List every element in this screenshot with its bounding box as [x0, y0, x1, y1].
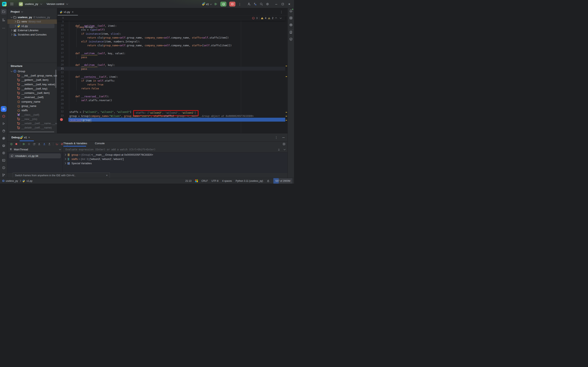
- layout-settings-icon[interactable]: [282, 142, 285, 145]
- chevron-down-icon[interactable]: [11, 70, 13, 72]
- structure-item[interactable]: fcompany_name: [7, 100, 57, 104]
- file-encoding[interactable]: UTF-8: [212, 180, 218, 182]
- line-separator[interactable]: CRLF: [202, 180, 208, 182]
- structure-item[interactable]: m__setitem__(self, key, value): [7, 82, 57, 86]
- code-line-15[interactable]: 15 return cls(group_name=self.group_name…: [57, 43, 285, 47]
- line-number[interactable]: 33: [57, 114, 64, 118]
- structure-item[interactable]: m__reversed__(self): [7, 95, 57, 99]
- stripe-terminal-icon[interactable]: [1, 158, 7, 163]
- stripe-services-layers-icon[interactable]: [1, 143, 7, 149]
- code-line-26[interactable]: 26 return False: [57, 86, 285, 90]
- tab-console[interactable]: Console: [95, 142, 105, 145]
- error-stripe[interactable]: [285, 20, 288, 133]
- project-tree-item[interactable]: useless_pyE:\useless_py: [7, 15, 57, 19]
- line-number[interactable]: 28: [57, 94, 64, 98]
- code-line-28[interactable]: 28 def __reversed__(self):: [57, 94, 285, 98]
- code-line-17[interactable]: 17 def __setitem__(self, key, value):: [57, 51, 285, 55]
- code-line-34[interactable]: reversed(group): [57, 118, 285, 122]
- line-number[interactable]: 15: [57, 43, 64, 47]
- code-line-12[interactable]: 12 if isinstance(item, slice):: [57, 32, 285, 35]
- debug-options-button[interactable]: ⋮: [275, 136, 278, 139]
- memory-indicator[interactable]: 587 of 2900M: [273, 178, 292, 184]
- line-number[interactable]: 32: [57, 110, 64, 114]
- breadcrumb-project[interactable]: useless_py: [6, 180, 18, 182]
- vcs-widget[interactable]: Version control: [47, 2, 64, 6]
- settings-button[interactable]: [266, 2, 269, 6]
- editor-options-button[interactable]: ⋮: [280, 10, 283, 14]
- rerun-debug-button[interactable]: [220, 2, 226, 7]
- structure-item[interactable]: m__contains__(self, item): [7, 91, 57, 95]
- stripe-coverage-icon[interactable]: [1, 128, 7, 134]
- close-hint-icon[interactable]: ×: [106, 174, 108, 177]
- lock-open-icon[interactable]: [267, 180, 270, 182]
- stripe-problems-icon[interactable]: [1, 165, 7, 171]
- line-number[interactable]: 13: [57, 35, 64, 39]
- hide-panel-button[interactable]: ─: [282, 136, 285, 139]
- line-number[interactable]: 29: [57, 98, 64, 102]
- structure-item[interactable]: fgroup_name: [7, 104, 57, 108]
- structure-item[interactable]: CGroup: [7, 69, 57, 73]
- main-menu-icon[interactable]: [10, 3, 13, 5]
- add-user-button[interactable]: [247, 2, 251, 6]
- line-number[interactable]: 27: [57, 90, 64, 94]
- code-line-19[interactable]: 19: [57, 59, 285, 63]
- code-line-21[interactable]: 21 pass: [57, 67, 285, 71]
- project-tree-item[interactable]: v1.py: [9, 24, 54, 28]
- tab-v1py[interactable]: v1.py ✕: [58, 8, 76, 16]
- breakpoint-icon[interactable]: [60, 118, 63, 121]
- mute-breakpoints-icon[interactable]: [61, 142, 63, 145]
- code-line-29[interactable]: 29 self.staffs.reverse(): [57, 98, 285, 102]
- line-number[interactable]: 30: [57, 102, 64, 106]
- chevron-right-icon[interactable]: [10, 34, 12, 36]
- chevron-right-icon[interactable]: [14, 25, 16, 27]
- view-breakpoints-icon[interactable]: [56, 142, 58, 145]
- structure-vscrollbar[interactable]: [55, 70, 56, 88]
- code-line-27[interactable]: 27: [57, 90, 285, 94]
- stripe-git-branch-icon[interactable]: [1, 172, 7, 178]
- code-viewport[interactable]: 910 def __getitem__(self, item):11 cls =…: [57, 20, 285, 133]
- stripe-x-plugin-icon[interactable]: [288, 22, 294, 28]
- stripe-python-packages-icon[interactable]: [1, 135, 7, 141]
- chevron-right-icon[interactable]: [64, 158, 66, 160]
- evaluate-input[interactable]: [65, 148, 277, 151]
- close-button[interactable]: ✕: [288, 3, 291, 6]
- structure-item[interactable]: fstaffs: [7, 108, 57, 112]
- tab-threads-variables[interactable]: Threads & Variables: [63, 142, 87, 145]
- project-tree-item[interactable]: Scratches and Consoles: [7, 33, 57, 37]
- line-number[interactable]: 22: [57, 71, 64, 75]
- thread-selector[interactable]: MainThread: [7, 146, 62, 152]
- step-into-mycode-icon[interactable]: [43, 142, 46, 145]
- interpreter-widget[interactable]: Python 3.11 (useless_py): [236, 180, 263, 182]
- variable-row[interactable]: 123staffs = {list: 3} ['wilson3', 'wilso…: [63, 157, 288, 161]
- translate-button[interactable]: A: [254, 2, 257, 6]
- stripe-debug-icon[interactable]: [1, 106, 7, 112]
- chevron-right-icon[interactable]: [14, 21, 16, 23]
- code-line-20[interactable]: 20 def __delitem__(self, key):: [57, 63, 285, 67]
- stripe-more-icon[interactable]: [1, 25, 7, 31]
- project-tree-item[interactable]: External Libraries: [7, 28, 57, 33]
- resume-button[interactable]: [214, 2, 217, 6]
- close-tab-icon[interactable]: ✕: [72, 11, 74, 13]
- code-line-31[interactable]: 31: [57, 106, 285, 110]
- error-stripe-mark[interactable]: [286, 76, 287, 77]
- evaluate-expression-bar[interactable]: [63, 146, 288, 153]
- variable-row[interactable]: group = {Group} <__main__.Group object a…: [63, 153, 288, 157]
- stripe-notifications-icon[interactable]: [288, 8, 294, 14]
- structure-item[interactable]: m__new__(cls): [7, 117, 57, 121]
- structure-item[interactable]: m__init__(self, group_name, compan: [7, 74, 57, 78]
- code-line-24[interactable]: 24 if item in self.staffs:: [57, 79, 285, 83]
- stripe-run-icon[interactable]: [1, 121, 7, 126]
- stripe-services-hex-icon[interactable]: [1, 150, 7, 156]
- stripe-dictionary-icon[interactable]: A: [288, 29, 294, 35]
- prev-problem-icon[interactable]: [275, 17, 277, 19]
- structure-item[interactable]: p__class__(self): [7, 112, 57, 117]
- error-stripe-mark[interactable]: [286, 116, 287, 117]
- step-over-icon[interactable]: [33, 142, 35, 145]
- step-out-icon[interactable]: [48, 142, 51, 145]
- structure-item[interactable]: m__delattr__(self, __name): [7, 125, 57, 130]
- chevron-right-icon[interactable]: [64, 154, 66, 156]
- code-line-13[interactable]: 13 return cls(group_name=self.group_name…: [57, 35, 285, 39]
- chevron-down-icon[interactable]: [284, 148, 286, 150]
- maximize-button[interactable]: [281, 3, 285, 6]
- error-stripe-mark[interactable]: [286, 112, 287, 113]
